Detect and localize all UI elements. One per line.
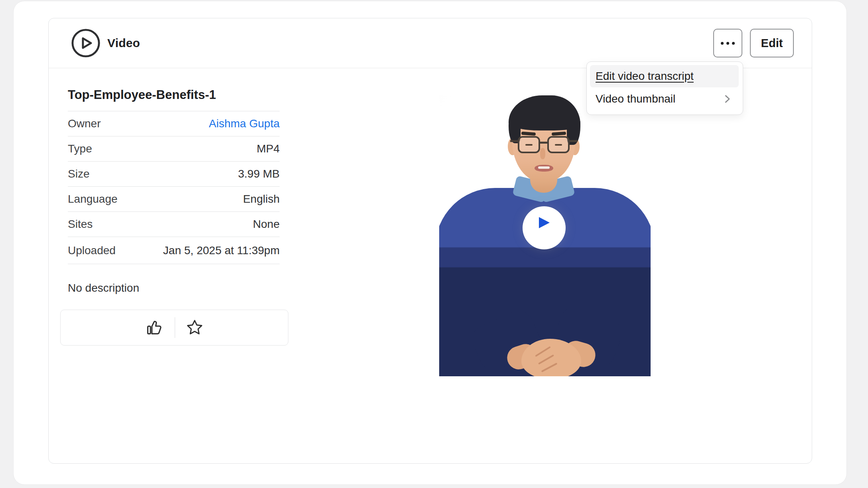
star-icon[interactable] <box>185 318 204 337</box>
play-icon <box>539 217 550 228</box>
asset-type-label: Video <box>107 36 140 50</box>
row-value: 3.99 MB <box>238 168 280 180</box>
edit-button[interactable]: Edit <box>750 29 794 57</box>
more-actions-button[interactable] <box>713 29 742 57</box>
header-actions: Edit <box>713 29 794 57</box>
menu-item-label: Video thumbnail <box>596 93 675 105</box>
owner-link[interactable]: Aishma Gupta <box>209 117 280 130</box>
ellipsis-icon <box>721 42 735 45</box>
thumbs-up-icon[interactable] <box>145 318 164 337</box>
description-placeholder: No description <box>68 282 139 294</box>
row-label: Language <box>68 193 118 205</box>
row-value: MP4 <box>256 142 280 155</box>
row-value: English <box>243 193 280 205</box>
row-value: Jan 5, 2025 at 11:39pm <box>163 244 280 257</box>
more-actions-menu: Edit video transcript Video thumbnail <box>586 61 743 115</box>
table-row-sites: Sites None <box>68 211 280 237</box>
table-row-uploaded: Uploaded Jan 5, 2025 at 11:39pm <box>68 237 280 264</box>
table-row-type: Type MP4 <box>68 136 280 161</box>
table-row-owner: Owner Aishma Gupta <box>68 111 280 136</box>
video-thumbnail[interactable] <box>439 95 651 376</box>
row-label: Owner <box>68 117 101 130</box>
table-row-size: Size 3.99 MB <box>68 161 280 186</box>
row-label: Sites <box>68 218 93 231</box>
play-button[interactable] <box>523 206 566 249</box>
row-label: Uploaded <box>68 244 116 257</box>
video-title: Top-Employee-Benefits-1 <box>68 88 291 102</box>
divider <box>175 317 175 338</box>
menu-item-edit-video-transcript[interactable]: Edit video transcript <box>590 65 739 87</box>
row-label: Size <box>68 168 89 180</box>
video-detail-page: Video Edit Top-Employee-Benefits-1 Owner… <box>0 0 868 488</box>
card-header: Video Edit <box>49 18 812 68</box>
table-row-language: Language English <box>68 186 280 211</box>
row-value: None <box>253 218 280 231</box>
details-table: Owner Aishma Gupta Type MP4 Size 3.99 MB… <box>68 111 280 264</box>
row-label: Type <box>68 142 92 155</box>
menu-item-video-thumbnail[interactable]: Video thumbnail <box>587 87 743 111</box>
play-circle-icon <box>70 28 101 59</box>
feedback-actions-bar <box>60 310 288 346</box>
chevron-right-icon <box>721 93 733 105</box>
